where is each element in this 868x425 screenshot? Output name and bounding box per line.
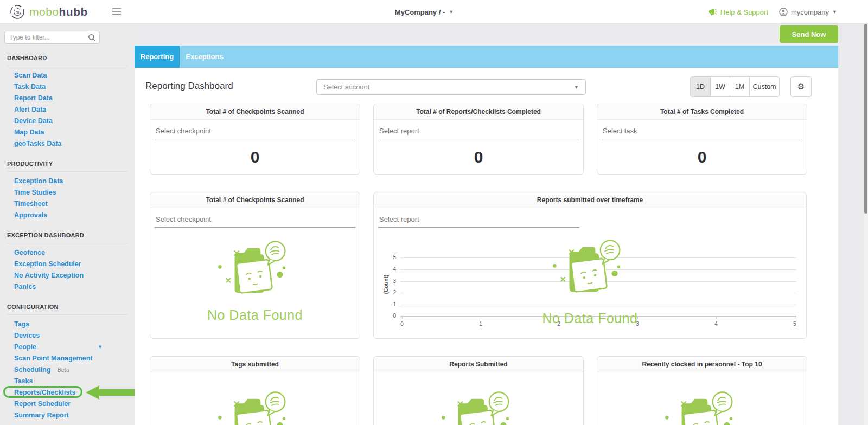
- megaphone-icon: [709, 8, 717, 16]
- no-data-illustration: [215, 237, 296, 303]
- account-label: mycompany: [791, 8, 829, 16]
- tab-exceptions[interactable]: Exceptions: [180, 46, 229, 68]
- y-tick: 5: [386, 254, 396, 260]
- account-select-placeholder: Select account: [323, 83, 369, 91]
- annotation-arrow: [86, 385, 135, 400]
- page-title: Reporting Dashboard: [145, 81, 233, 92]
- timeframe-button-group: 1D 1W 1M Custom: [690, 76, 780, 97]
- tab-bar: Reporting Exceptions: [135, 46, 838, 68]
- gear-icon: ⚙: [797, 82, 805, 91]
- y-tick: 3: [386, 278, 396, 284]
- card-checkpoints-scanned: Total # of Checkpoints Scanned Select ch…: [150, 104, 360, 175]
- y-tick: 1: [386, 301, 396, 307]
- chevron-down-icon: ▼: [832, 9, 837, 15]
- sidebar-item-task-data[interactable]: Task Data: [0, 81, 135, 93]
- sidebar-item-reports-checklists-label: Reports/Checklists: [14, 389, 75, 396]
- reporting-panel: Reporting Dashboard Select account ▼ 1D …: [135, 68, 838, 425]
- chevron-down-icon: ▼: [449, 9, 454, 15]
- sidebar-item-tasks[interactable]: Tasks: [0, 376, 135, 387]
- hamburger-menu-icon[interactable]: [112, 8, 121, 16]
- logo-icon: m: [10, 4, 25, 20]
- range-custom-button[interactable]: Custom: [750, 76, 780, 97]
- card-title: Total # of Reports/Checklists Completed: [374, 104, 583, 120]
- sidebar-item-people-label: People: [14, 343, 36, 351]
- card-title: Recently clocked in personnel - Top 10: [597, 357, 807, 372]
- sidebar-item-no-activity-exception[interactable]: No Activity Exception: [0, 270, 135, 281]
- sidebar-filter-input[interactable]: [5, 31, 85, 43]
- sidebar-item-alert-data[interactable]: Alert Data: [0, 104, 135, 115]
- tab-reporting[interactable]: Reporting: [135, 46, 180, 68]
- task-select[interactable]: Select task: [602, 127, 802, 139]
- card-tasks-completed: Total # of Tasks Completed Select task 0: [597, 104, 807, 175]
- company-selector[interactable]: MyCompany / - ▼: [381, 0, 468, 24]
- card-checkpoints-scanned-chart: Total # of Checkpoints Scanned Select ch…: [150, 192, 360, 339]
- range-1m-button[interactable]: 1M: [730, 76, 750, 97]
- chevron-down-icon[interactable]: ▼: [98, 342, 103, 353]
- range-1w-button[interactable]: 1W: [711, 76, 730, 97]
- card-reports-submitted: Reports Submitted: [373, 356, 584, 425]
- main-area: Send Now Reporting Exceptions Reporting …: [135, 24, 868, 425]
- divider: [7, 66, 127, 66]
- sidebar-item-approvals[interactable]: Approvals: [0, 210, 135, 221]
- checkpoint-select[interactable]: Select checkpoint: [155, 215, 355, 228]
- sidebar-item-geofence[interactable]: Geofence: [0, 247, 135, 259]
- chevron-down-icon: ▼: [574, 85, 579, 90]
- card-reports-completed: Total # of Reports/Checklists Completed …: [373, 104, 584, 175]
- sidebar-item-map-data[interactable]: Map Data: [0, 127, 135, 138]
- divider: [7, 314, 127, 315]
- svg-text:m: m: [16, 10, 20, 15]
- sidebar-item-scan-point-management[interactable]: Scan Point Management: [0, 353, 135, 364]
- sidebar-item-reports-checklists[interactable]: Reports/Checklists: [0, 387, 135, 398]
- help-support-link[interactable]: Help & Support: [709, 8, 768, 16]
- report-select[interactable]: Select report: [378, 127, 579, 139]
- no-data-label: No Data Found: [150, 307, 360, 323]
- report-select[interactable]: Select report: [378, 215, 579, 228]
- no-data-illustration: [550, 236, 631, 302]
- sidebar-item-report-data[interactable]: Report Data: [0, 93, 135, 104]
- section-title-dashboard: DASHBOARD: [7, 55, 127, 61]
- sidebar-item-report-scheduler[interactable]: Report Scheduler: [0, 398, 135, 410]
- sidebar-item-panics[interactable]: Panics: [0, 281, 135, 293]
- sidebar-item-summary-report[interactable]: Summary Report: [0, 410, 135, 421]
- scrollbar-thumb[interactable]: [864, 24, 867, 214]
- sidebar-item-geotasks-data[interactable]: geoTasks Data: [0, 138, 135, 150]
- sidebar-filter: [4, 31, 100, 44]
- range-1d-button[interactable]: 1D: [690, 76, 711, 97]
- sidebar-item-exception-scheduler[interactable]: Exception Scheduler: [0, 259, 135, 270]
- mobohubb-app: m mobohubb MyCompany / - ▼ Help & Suppor…: [0, 0, 868, 425]
- y-tick: 4: [386, 266, 396, 272]
- logo-text-hubb: hubb: [59, 5, 88, 18]
- search-icon: [88, 34, 96, 42]
- sidebar-item-people[interactable]: People▼: [0, 342, 135, 353]
- sidebar-item-scan-data[interactable]: Scan Data: [0, 70, 135, 81]
- account-select[interactable]: Select account ▼: [316, 79, 586, 95]
- card-title: Total # of Checkpoints Scanned: [150, 192, 360, 208]
- metric-value: 0: [374, 148, 583, 166]
- sidebar-item-devices[interactable]: Devices: [0, 330, 135, 342]
- no-data-label: No Data Found: [374, 311, 806, 326]
- sidebar-item-tags[interactable]: Tags: [0, 319, 135, 330]
- help-support-label: Help & Support: [720, 8, 768, 16]
- card-title: Reports submitted over timeframe: [374, 192, 806, 208]
- sidebar-item-scheduling-label: Scheduling: [14, 366, 50, 374]
- divider: [7, 171, 127, 172]
- sidebar-item-timesheet[interactable]: Timesheet: [0, 198, 135, 210]
- sidebar-item-scheduling[interactable]: SchedulingBeta: [0, 364, 135, 376]
- section-title-productivity: PRODUCTIVITY: [7, 160, 127, 167]
- card-title: Reports Submitted: [374, 357, 583, 372]
- metric-value: 0: [150, 148, 360, 166]
- no-data-illustration: [438, 388, 520, 425]
- checkpoint-select[interactable]: Select checkpoint: [155, 127, 355, 139]
- sidebar-item-time-studies[interactable]: Time Studies: [0, 187, 135, 198]
- logo-text-mobo: mobo: [29, 5, 59, 18]
- account-menu[interactable]: mycompany ▼: [779, 8, 837, 16]
- sidebar-item-exception-data[interactable]: Exception Data: [0, 176, 135, 187]
- company-selector-label: MyCompany / -: [395, 8, 445, 16]
- no-data-illustration: [662, 388, 743, 425]
- send-now-button[interactable]: Send Now: [780, 25, 838, 43]
- vertical-scrollbar[interactable]: [864, 24, 868, 425]
- sidebar: DASHBOARD Scan Data Task Data Report Dat…: [0, 24, 135, 425]
- settings-button[interactable]: ⚙: [790, 76, 812, 97]
- sidebar-item-device-data[interactable]: Device Data: [0, 115, 135, 127]
- logo[interactable]: m mobohubb: [10, 4, 88, 20]
